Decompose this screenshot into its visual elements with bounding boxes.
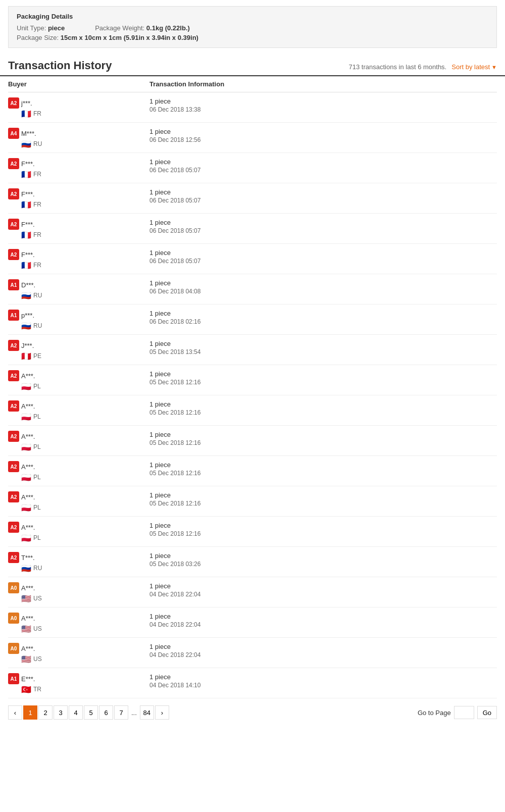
transaction-date: 06 Dec 2018 02:16 [149,318,497,325]
buyer-name-row: A2 j***. [8,97,149,109]
transaction-qty: 1 piece [149,431,497,438]
col-header-buyer: Buyer [8,80,149,88]
transaction-qty: 1 piece [149,310,497,317]
table-row: A0 A***. 🇺🇸 US 1 piece 04 Dec 2018 22:04 [8,607,497,638]
transaction-cell: 1 piece 05 Dec 2018 12:16 [149,522,497,537]
buyer-name: F***. [21,160,35,168]
page-3-button[interactable]: 3 [54,705,68,720]
transaction-qty: 1 piece [149,552,497,560]
country-code: PL [33,413,41,420]
table-headers: Buyer Transaction Information [8,76,497,92]
country-code: TR [33,686,41,693]
country-code: PL [33,534,41,541]
flag-icon: 🇷🇺 [21,565,31,572]
avatar: A2 [8,97,19,109]
page-last-button[interactable]: 84 [140,705,154,720]
buyer-name: j***. [21,99,32,107]
buyer-name-row: A4 M***. [8,128,149,139]
transaction-date: 06 Dec 2018 13:38 [149,106,497,113]
transaction-qty: 1 piece [149,188,497,196]
buyer-name: A***. [21,493,35,501]
transaction-qty: 1 piece [149,249,497,257]
transaction-cell: 1 piece 06 Dec 2018 05:07 [149,188,497,204]
country-code: PL [33,443,41,450]
country-code: RU [33,565,42,572]
country-row: 🇵🇱 PL [21,474,149,481]
table-row: A0 A***. 🇺🇸 US 1 piece 04 Dec 2018 22:04 [8,638,497,668]
buyer-cell: A2 A***. 🇵🇱 PL [8,431,149,450]
next-page-button[interactable]: › [155,705,169,720]
page-5-button[interactable]: 5 [84,705,98,720]
buyer-name-row: A2 A***. [8,461,149,472]
country-code: FR [33,110,41,117]
transaction-qty: 1 piece [149,340,497,347]
buyer-name-row: A0 A***. [8,582,149,593]
flag-icon: 🇵🇪 [21,353,31,360]
flag-icon: 🇵🇱 [21,535,31,541]
page-4-button[interactable]: 4 [69,705,83,720]
table-row: A2 F***. 🇫🇷 FR 1 piece 06 Dec 2018 05:07 [8,244,497,274]
buyer-cell: A2 A***. 🇵🇱 PL [8,491,149,511]
unit-type-label: Unit Type: [17,24,46,32]
avatar: A0 [8,643,19,654]
buyer-name-row: A2 J***. [8,340,149,351]
transaction-date: 04 Dec 2018 22:04 [149,621,497,628]
transaction-qty: 1 piece [149,461,497,469]
unit-type-value: piece [48,24,65,32]
country-code: RU [33,140,42,147]
buyer-cell: A2 F***. 🇫🇷 FR [8,188,149,208]
country-code: RU [33,322,42,329]
page-2-button[interactable]: 2 [38,705,53,720]
transaction-cell: 1 piece 04 Dec 2018 22:04 [149,613,497,628]
buyer-name-row: A1 D***. [8,279,149,290]
prev-page-button[interactable]: ‹ [8,705,22,720]
flag-icon: 🇫🇷 [21,232,31,238]
transaction-qty: 1 piece [149,219,497,226]
goto-input[interactable] [454,706,474,719]
table-row: A2 A***. 🇵🇱 PL 1 piece 05 Dec 2018 12:16 [8,365,497,395]
buyer-cell: A2 F***. 🇫🇷 FR [8,219,149,238]
flag-icon: 🇫🇷 [21,262,31,269]
country-row: 🇷🇺 RU [21,565,149,572]
transaction-date: 05 Dec 2018 12:16 [149,439,497,446]
avatar: A2 [8,400,19,412]
country-row: 🇵🇱 PL [21,443,149,450]
sort-button[interactable]: Sort by latest ▼ [451,63,497,71]
packaging-title: Packaging Details [17,13,488,20]
country-row: 🇵🇪 PE [21,352,149,360]
buyer-name: p***. [21,312,34,319]
page-1-button[interactable]: 1 [23,705,37,720]
table-row: A1 D***. 🇷🇺 RU 1 piece 06 Dec 2018 04:08 [8,274,497,304]
transaction-qty: 1 piece [149,158,497,166]
flag-icon: 🇫🇷 [21,201,31,208]
country-row: 🇫🇷 FR [21,201,149,208]
buyer-name-row: A2 A***. [8,400,149,412]
country-code: PE [33,352,41,360]
col-header-transaction: Transaction Information [149,80,497,88]
buyer-cell: A0 A***. 🇺🇸 US [8,613,149,632]
goto-button[interactable]: Go [477,706,497,719]
transaction-date: 06 Dec 2018 05:07 [149,167,497,174]
buyer-cell: A1 p***. 🇷🇺 RU [8,310,149,329]
transaction-table: Buyer Transaction Information A2 j***. 🇫… [0,76,505,698]
transaction-qty: 1 piece [149,400,497,408]
buyer-cell: A2 F***. 🇫🇷 FR [8,249,149,269]
buyer-name-row: A2 F***. [8,188,149,199]
page-6-button[interactable]: 6 [99,705,113,720]
table-row: A2 j***. 🇫🇷 FR 1 piece 06 Dec 2018 13:38 [8,92,497,123]
buyer-name: A***. [21,433,35,440]
buyer-name: A***. [21,402,35,410]
avatar: A2 [8,188,19,199]
transaction-qty: 1 piece [149,97,497,105]
country-code: PL [33,474,41,481]
buyer-cell: A0 A***. 🇺🇸 US [8,643,149,663]
buyer-name-row: A1 E***. [8,673,149,684]
country-code: US [33,595,42,602]
transaction-qty: 1 piece [149,491,497,499]
buyer-cell: A4 M***. 🇷🇺 RU [8,128,149,147]
buyer-name-row: A1 p***. [8,310,149,321]
country-row: 🇺🇸 US [21,595,149,602]
page-7-button[interactable]: 7 [114,705,128,720]
transaction-date: 05 Dec 2018 12:16 [149,530,497,537]
country-code: US [33,655,42,663]
